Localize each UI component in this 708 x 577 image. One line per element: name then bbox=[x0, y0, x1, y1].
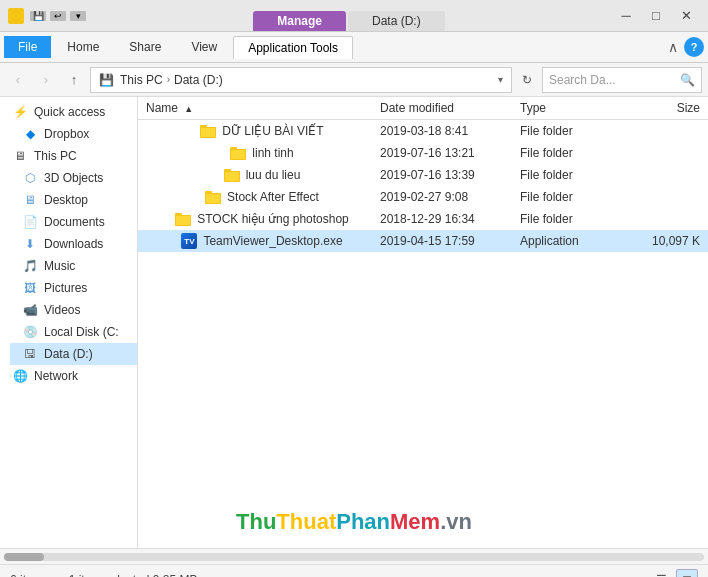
sidebar: ⚡ Quick access ◆ Dropbox 🖥 This PC ⬡ 3D … bbox=[0, 97, 138, 548]
table-row[interactable]: DỮ LIỆU BÀI VIẾT 2019-03-18 8:41 File fo… bbox=[138, 120, 708, 142]
file-name-cell: Stock After Effect bbox=[146, 189, 376, 205]
large-icons-view-btn[interactable]: ⊞ bbox=[676, 569, 698, 578]
col-header-name[interactable]: Name ▲ bbox=[146, 101, 380, 115]
address-dropdown-btn[interactable]: ▾ bbox=[498, 74, 503, 85]
file-name-cell: STOCK hiệu ứng photoshop bbox=[146, 211, 376, 227]
file-icon bbox=[222, 167, 242, 183]
scrollbar-track[interactable] bbox=[4, 553, 704, 561]
svg-rect-7 bbox=[231, 150, 245, 159]
sidebar-item-data-d[interactable]: 🖫 Data (D:) bbox=[10, 343, 137, 365]
search-icon[interactable]: 🔍 bbox=[680, 73, 695, 87]
quick-access-toolbar: 💾 ↩ ▾ bbox=[30, 11, 86, 21]
svg-rect-15 bbox=[206, 194, 220, 203]
status-bar: 6 items 1 item selected 9.85 MB ☰ ⊞ bbox=[0, 564, 708, 577]
title-bar-left: 💾 ↩ ▾ bbox=[8, 8, 86, 24]
sidebar-item-documents[interactable]: 📄 Documents bbox=[10, 211, 137, 233]
search-box[interactable]: Search Da... 🔍 bbox=[542, 67, 702, 93]
table-row[interactable]: STOCK hiệu ứng photoshop 2018-12-29 16:3… bbox=[138, 208, 708, 230]
file-icon bbox=[203, 189, 223, 205]
close-button[interactable]: ✕ bbox=[672, 6, 700, 26]
file-date-cell: 2019-04-15 17:59 bbox=[380, 234, 520, 248]
manage-tab[interactable]: Manage bbox=[253, 11, 346, 31]
file-size-cell: 10,097 K bbox=[620, 234, 700, 248]
file-icon bbox=[173, 211, 193, 227]
file-type-cell: File folder bbox=[520, 190, 620, 204]
sidebar-item-downloads[interactable]: ⬇ Downloads bbox=[10, 233, 137, 255]
file-type-cell: File folder bbox=[520, 212, 620, 226]
address-drive-icon: 💾 bbox=[99, 73, 114, 87]
file-rows-container: DỮ LIỆU BÀI VIẾT 2019-03-18 8:41 File fo… bbox=[138, 120, 708, 252]
sidebar-item-quick-access[interactable]: ⚡ Quick access bbox=[0, 101, 137, 123]
undo-quick-btn[interactable]: ↩ bbox=[50, 11, 66, 21]
sidebar-item-local-disk[interactable]: 💿 Local Disk (C: bbox=[10, 321, 137, 343]
file-date-cell: 2019-07-16 13:39 bbox=[380, 168, 520, 182]
sidebar-item-this-pc[interactable]: 🖥 This PC bbox=[0, 145, 137, 167]
file-name-cell: linh tinh bbox=[146, 145, 376, 161]
table-row[interactable]: linh tinh 2019-07-16 13:21 File folder bbox=[138, 142, 708, 164]
tab-application-tools[interactable]: Application Tools bbox=[233, 36, 353, 59]
table-row[interactable]: TV TeamViewer_Desktop.exe 2019-04-15 17:… bbox=[138, 230, 708, 252]
sidebar-item-network[interactable]: 🌐 Network bbox=[0, 365, 137, 387]
sidebar-item-dropbox[interactable]: ◆ Dropbox bbox=[10, 123, 137, 145]
col-header-type[interactable]: Type bbox=[520, 101, 620, 115]
disk2-icon: 🖫 bbox=[22, 346, 38, 362]
horizontal-scrollbar[interactable] bbox=[0, 548, 708, 564]
help-button[interactable]: ? bbox=[684, 37, 704, 57]
ribbon-more: ∧ ? bbox=[668, 37, 704, 57]
selected-info: 1 item selected 9.85 MB bbox=[69, 573, 198, 578]
address-bar: ‹ › ↑ 💾 This PC › Data (D:) ▾ ↻ Search D… bbox=[0, 63, 708, 97]
drive-label-tab: Data (D:) bbox=[348, 11, 445, 31]
col-header-date[interactable]: Date modified bbox=[380, 101, 520, 115]
file-date-cell: 2018-12-29 16:34 bbox=[380, 212, 520, 226]
window-controls: ─ □ ✕ bbox=[612, 6, 700, 26]
item-count: 6 items bbox=[10, 573, 49, 578]
col-header-size[interactable]: Size bbox=[620, 101, 700, 115]
file-date-cell: 2019-03-18 8:41 bbox=[380, 124, 520, 138]
sidebar-item-music[interactable]: 🎵 Music bbox=[10, 255, 137, 277]
star-icon: ⚡ bbox=[12, 104, 28, 120]
scrollbar-thumb[interactable] bbox=[4, 553, 44, 561]
minimize-button[interactable]: ─ bbox=[612, 6, 640, 26]
view-toggle-buttons: ☰ ⊞ bbox=[650, 569, 698, 578]
save-quick-btn[interactable]: 💾 bbox=[30, 11, 46, 21]
sidebar-item-desktop[interactable]: 🖥 Desktop bbox=[10, 189, 137, 211]
file-name-cell: TV TeamViewer_Desktop.exe bbox=[146, 233, 376, 249]
computer-icon: 🖥 bbox=[12, 148, 28, 164]
tab-file[interactable]: File bbox=[4, 36, 51, 58]
forward-button[interactable]: › bbox=[34, 68, 58, 92]
document-icon: 📄 bbox=[22, 214, 38, 230]
maximize-button[interactable]: □ bbox=[642, 6, 670, 26]
sidebar-item-videos[interactable]: 📹 Videos bbox=[10, 299, 137, 321]
table-row[interactable]: Stock After Effect 2019-02-27 9:08 File … bbox=[138, 186, 708, 208]
file-date-cell: 2019-02-27 9:08 bbox=[380, 190, 520, 204]
disk-icon: 💿 bbox=[22, 324, 38, 340]
ribbon-collapse-btn[interactable]: ∧ bbox=[668, 39, 678, 55]
svg-rect-11 bbox=[225, 172, 239, 181]
sort-arrow-name: ▲ bbox=[184, 104, 193, 114]
sidebar-item-3d-objects[interactable]: ⬡ 3D Objects bbox=[10, 167, 137, 189]
table-row[interactable]: luu du lieu 2019-07-16 13:39 File folder bbox=[138, 164, 708, 186]
app-icon bbox=[8, 8, 24, 24]
tab-share[interactable]: Share bbox=[115, 36, 175, 58]
file-type-cell: Application bbox=[520, 234, 620, 248]
svg-rect-3 bbox=[201, 128, 215, 137]
tab-view[interactable]: View bbox=[177, 36, 231, 58]
back-button[interactable]: ‹ bbox=[6, 68, 30, 92]
exe-icon: TV bbox=[181, 233, 197, 249]
up-button[interactable]: ↑ bbox=[62, 68, 86, 92]
download-icon: ⬇ bbox=[22, 236, 38, 252]
details-view-btn[interactable]: ☰ bbox=[650, 569, 672, 578]
file-list: Name ▲ Date modified Type Size DỮ LIỆU B… bbox=[138, 97, 708, 548]
refresh-button[interactable]: ↻ bbox=[516, 69, 538, 91]
sidebar-item-pictures[interactable]: 🖼 Pictures bbox=[10, 277, 137, 299]
search-placeholder: Search Da... bbox=[549, 73, 676, 87]
music-icon: 🎵 bbox=[22, 258, 38, 274]
more-quick-btn[interactable]: ▾ bbox=[70, 11, 86, 21]
file-icon: TV bbox=[179, 233, 199, 249]
crumb-data-d[interactable]: Data (D:) bbox=[174, 73, 223, 87]
tab-home[interactable]: Home bbox=[53, 36, 113, 58]
address-box[interactable]: 💾 This PC › Data (D:) ▾ bbox=[90, 67, 512, 93]
file-date-cell: 2019-07-16 13:21 bbox=[380, 146, 520, 160]
file-type-cell: File folder bbox=[520, 146, 620, 160]
crumb-this-pc[interactable]: This PC bbox=[120, 73, 163, 87]
